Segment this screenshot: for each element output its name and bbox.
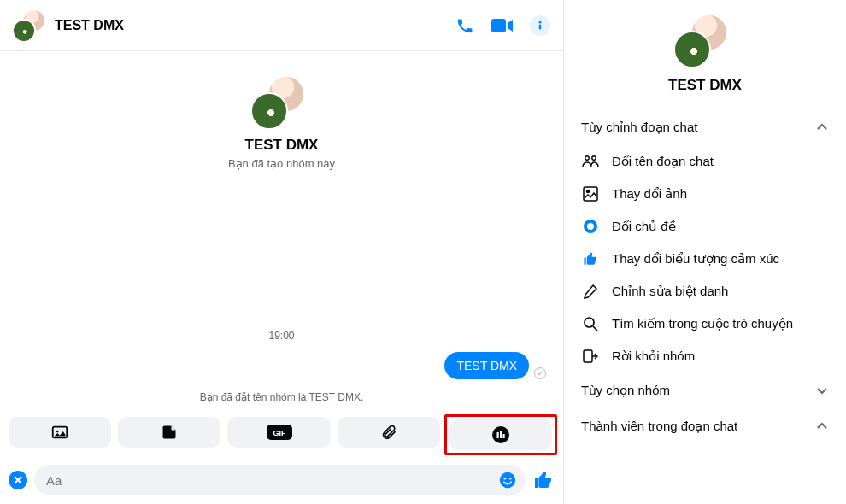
svg-text:GIF: GIF	[273, 429, 286, 437]
smiley-icon	[498, 471, 517, 489]
chevron-up-icon	[815, 120, 829, 134]
group-avatar[interactable]	[12, 9, 46, 43]
theme-icon	[581, 220, 600, 233]
chat-title[interactable]: TEST DMX	[55, 18, 124, 33]
info-icon	[530, 15, 550, 36]
avatar-member-2	[250, 92, 288, 130]
photo-icon	[50, 423, 69, 442]
chevron-down-icon	[815, 384, 829, 397]
message-row: TEST DMX	[0, 352, 563, 384]
composer	[0, 460, 563, 504]
option-label: Thay đổi biểu tượng cảm xúc	[612, 251, 779, 267]
pencil-icon	[581, 284, 600, 299]
paperclip-icon	[380, 424, 397, 441]
section-group-options[interactable]: Tùy chọn nhóm	[578, 372, 832, 408]
attach-sticker-button[interactable]	[118, 417, 220, 448]
message-input[interactable]	[34, 465, 526, 495]
group-name: TEST DMX	[245, 137, 319, 154]
svg-point-13	[509, 478, 512, 480]
emoji-button[interactable]	[498, 471, 517, 489]
group-avatar-large	[250, 75, 305, 130]
svg-rect-8	[496, 432, 498, 438]
chat-header: TEST DMX	[0, 0, 563, 51]
option-change-photo[interactable]: Thay đổi ảnh	[578, 178, 832, 210]
svg-point-12	[504, 478, 507, 480]
system-message: Bạn đã đặt tên nhóm là TEST DMX.	[200, 391, 364, 403]
gif-icon: GIF	[267, 425, 292, 440]
search-icon	[581, 316, 600, 331]
people-icon	[581, 155, 600, 168]
side-hero: TEST DMX	[578, 14, 832, 94]
close-icon	[13, 475, 23, 485]
option-label: Rời khỏi nhóm	[612, 349, 695, 364]
image-icon	[581, 186, 600, 202]
video-icon	[491, 17, 514, 34]
chevron-up-icon	[815, 419, 829, 433]
attachment-row: GIF	[0, 417, 563, 460]
svg-rect-10	[502, 434, 504, 438]
poll-highlight	[444, 414, 557, 455]
svg-rect-19	[584, 350, 592, 362]
option-search-chat[interactable]: Tìm kiếm trong cuộc trò chuyện	[578, 308, 832, 340]
svg-point-15	[592, 156, 596, 160]
thumbs-up-icon	[533, 470, 554, 490]
option-edit-nicknames[interactable]: Chỉnh sửa biệt danh	[578, 275, 832, 308]
chat-pane: TEST DMX TEST DMX Bạ	[0, 0, 564, 504]
side-title: TEST DMX	[668, 77, 742, 94]
option-label: Chỉnh sửa biệt danh	[612, 284, 728, 299]
option-change-emoji[interactable]: Thay đổi biểu tượng cảm xúc	[578, 243, 832, 275]
option-leave-group[interactable]: Rời khỏi nhóm	[578, 340, 832, 372]
section-members[interactable]: Thành viên trong đoạn chat	[578, 408, 832, 444]
phone-icon	[455, 16, 474, 35]
info-button[interactable]	[529, 15, 551, 37]
section-label: Thành viên trong đoạn chat	[581, 419, 737, 434]
cancel-button[interactable]	[9, 471, 27, 489]
svg-point-18	[585, 318, 594, 327]
time-label: 19:00	[268, 330, 294, 342]
group-avatar-side[interactable]	[673, 14, 728, 68]
svg-point-1	[539, 21, 542, 23]
attach-poll-button[interactable]	[449, 419, 552, 450]
chat-body: TEST DMX Bạn đã tạo nhóm này 19:00 TEST …	[0, 51, 563, 417]
section-customize-chat[interactable]: Tùy chỉnh đoạn chat	[578, 109, 832, 145]
section-label: Tùy chỉnh đoạn chat	[581, 120, 697, 135]
attach-photo-button[interactable]	[9, 417, 111, 448]
like-button[interactable]	[532, 469, 555, 491]
sticker-icon	[161, 424, 178, 441]
svg-point-4	[56, 431, 59, 433]
svg-rect-0	[491, 19, 506, 32]
option-label: Đổi chủ đề	[612, 219, 676, 234]
message-bubble[interactable]: TEST DMX	[444, 352, 529, 379]
svg-rect-9	[500, 431, 502, 438]
option-label: Thay đổi ảnh	[612, 186, 687, 202]
avatar-member-2	[673, 31, 711, 68]
poll-icon	[492, 426, 509, 443]
attach-file-button[interactable]	[338, 417, 440, 448]
option-label: Đổi tên đoạn chat	[612, 154, 714, 169]
avatar-member-2	[12, 19, 36, 43]
audio-call-button[interactable]	[454, 15, 476, 37]
option-rename-chat[interactable]: Đổi tên đoạn chat	[578, 145, 832, 178]
side-pane: TEST DMX Tùy chỉnh đoạn chat Đổi tên đoạ…	[564, 0, 846, 504]
video-call-button[interactable]	[491, 15, 514, 37]
svg-point-17	[587, 190, 590, 193]
leave-icon	[581, 349, 600, 364]
option-change-theme[interactable]: Đổi chủ đề	[578, 210, 832, 243]
group-subtitle: Bạn đã tạo nhóm này	[228, 157, 335, 170]
section-label: Tùy chọn nhóm	[581, 383, 670, 398]
svg-point-14	[585, 156, 589, 160]
timeline: 19:00 TEST DMX Bạn đã đặt tên nhóm là TE…	[0, 330, 563, 417]
attach-gif-button[interactable]: GIF	[227, 417, 330, 448]
svg-point-11	[500, 472, 515, 488]
option-label: Tìm kiếm trong cuộc trò chuyện	[612, 316, 793, 331]
thumbs-up-icon	[581, 251, 600, 267]
svg-rect-2	[539, 24, 541, 29]
delivered-icon	[534, 367, 546, 379]
